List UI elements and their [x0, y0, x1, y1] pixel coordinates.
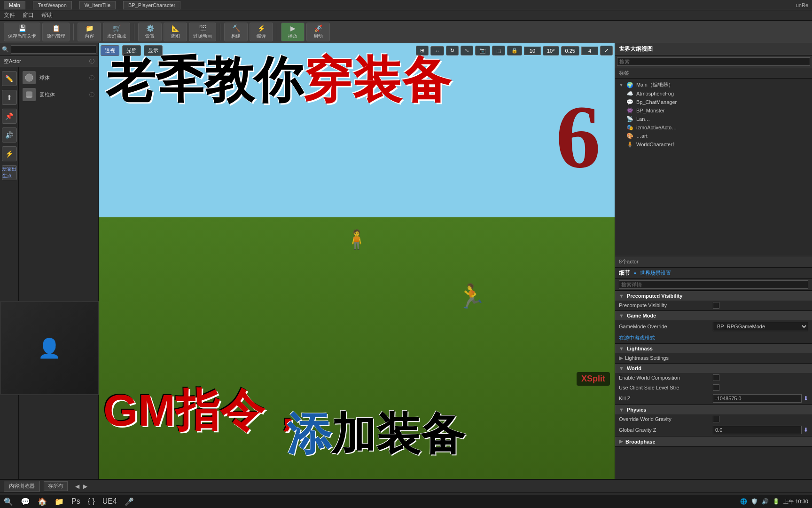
- toolbar-launch[interactable]: 🚀 启动: [306, 23, 330, 41]
- vp-maximize-btn[interactable]: ⤢: [600, 46, 613, 56]
- toolbar-compile[interactable]: ⚡ 编译: [250, 23, 273, 41]
- toolbar-blueprint[interactable]: 📐 蓝图: [164, 23, 187, 41]
- settings-icon: ⚙️: [146, 24, 154, 32]
- tree-item-lan[interactable]: 📡 Lan…: [617, 115, 810, 123]
- toolbar-scene-anim[interactable]: 🎬 过场动画: [189, 23, 216, 41]
- prop-gamemode-override: GameMode Override BP_RPGGameMode: [615, 320, 812, 333]
- shape-sphere[interactable]: 球体 ⓘ: [21, 69, 96, 86]
- left-icon-2[interactable]: ⬆: [2, 90, 17, 105]
- section-lightmass: ▼ Lightmass ▶ Lightmass Settings: [615, 344, 812, 364]
- right-search-input[interactable]: [617, 57, 810, 66]
- vp-angle-btn[interactable]: 10°: [543, 46, 559, 56]
- toolbar-build[interactable]: 🔨 构建: [224, 23, 248, 41]
- vp-rot-icon[interactable]: ↻: [446, 46, 459, 56]
- section-world-header[interactable]: ▼ World: [615, 364, 812, 373]
- status-icon-search[interactable]: 🔍: [4, 497, 13, 506]
- build-label: 构建: [231, 33, 241, 40]
- section-lightmass-label: Lightmass: [627, 346, 653, 351]
- status-icon-code[interactable]: { }: [88, 497, 95, 506]
- precompute-checkbox[interactable]: [713, 302, 719, 309]
- left-icon-5[interactable]: ⚡: [2, 146, 17, 161]
- world-comp-checkbox[interactable]: [713, 374, 719, 381]
- vp-scale-icon[interactable]: ⤡: [461, 46, 473, 56]
- section-physics: ▼ Physics Override World Gravity Global …: [615, 405, 812, 437]
- tree-item-art[interactable]: 🎨 …art: [617, 132, 810, 140]
- vp-lit-btn[interactable]: 光照: [122, 45, 141, 56]
- status-icon-chat[interactable]: 💬: [21, 497, 30, 506]
- viewport[interactable]: 透视 光照 显示 ⊞ ↔ ↻ ⤡ 📷 ⬚ 🔒 10° 0.25 ⤢: [99, 43, 615, 479]
- toolbar-settings[interactable]: ⚙️ 设置: [138, 23, 162, 41]
- menu-help[interactable]: 帮助: [41, 11, 53, 19]
- vp-cam-icon[interactable]: 📷: [475, 46, 490, 56]
- xsplit-watermark: XSplit: [577, 372, 610, 386]
- left-panel: 🔍 空Actor ⓘ ✏️ ⬆ 📌 🔊 ⚡ 玩家出生点 球: [0, 43, 99, 479]
- shape-cylinder[interactable]: 圆柱体 ⓘ: [21, 86, 96, 103]
- tab-main[interactable]: Main: [4, 1, 25, 9]
- section-lightmass-header[interactable]: ▼ Lightmass: [615, 344, 812, 353]
- vp-grid-size-input[interactable]: [524, 47, 541, 55]
- vp-num4-input[interactable]: [581, 47, 598, 55]
- tree-item-main[interactable]: ▼ 🌍 Main（编辑器）: [617, 80, 810, 89]
- detail-search-input[interactable]: [619, 280, 808, 289]
- toolbar-save[interactable]: 💾 保存当前关卡: [4, 23, 40, 41]
- tab-w-item-tile[interactable]: W_ItemTile: [79, 1, 116, 9]
- section-broadphase-header[interactable]: ▶ Broadphase: [615, 437, 812, 446]
- global-gravity-z-input[interactable]: [713, 426, 802, 434]
- tree-item-chat[interactable]: 💬 Bp_ChatManager: [617, 98, 810, 106]
- toolbar-source[interactable]: 📋 源码管理: [42, 23, 70, 41]
- tree-icon-gizmo: 🎭: [626, 124, 633, 131]
- tree-item-world-char[interactable]: 🧍 WorldCharacter1: [617, 140, 810, 149]
- menu-window[interactable]: 窗口: [23, 11, 34, 19]
- cb-header: 内容浏览器 存所有 ◀ ▶: [0, 480, 812, 493]
- sphere-info: ⓘ: [89, 74, 94, 81]
- vp-grid-icon[interactable]: ⊞: [416, 46, 429, 56]
- vp-scale-btn[interactable]: 0.25: [561, 46, 579, 56]
- cylinder-label: 圆柱体: [39, 91, 55, 98]
- tree-item-fog[interactable]: ☁️ AtmosphericFog: [617, 89, 810, 98]
- left-icon-3[interactable]: 📌: [2, 109, 17, 124]
- prop-client-level: Use Client Side Level Stre: [615, 383, 812, 393]
- tab-test-weapon[interactable]: TestWeapon: [33, 1, 72, 9]
- override-gravity-checkbox[interactable]: [713, 416, 719, 422]
- vp-move-icon[interactable]: ↔: [430, 46, 444, 56]
- vp-wire-icon[interactable]: ⬚: [492, 46, 505, 56]
- section-precomputed-header[interactable]: ▼ Precomputed Visibility: [615, 291, 812, 301]
- client-checkbox[interactable]: [713, 384, 719, 391]
- status-icon-home[interactable]: 🏠: [38, 497, 47, 506]
- prop-gamemode-label: GameMode Override: [619, 324, 713, 329]
- left-icon-spawn[interactable]: 玩家出生点: [2, 165, 17, 180]
- tree-item-monster[interactable]: 👾 BP_Monster: [617, 106, 810, 115]
- cb-tab-main[interactable]: 内容浏览器: [4, 481, 40, 492]
- tab-bp-player[interactable]: BP_PlayerCharacter: [123, 1, 180, 9]
- prop-world-comp-label: Enable World Composition: [619, 375, 713, 381]
- section-broadphase: ▶ Broadphase: [615, 437, 812, 447]
- compile-label: 编译: [257, 33, 266, 40]
- actor-count: 8个actor: [615, 256, 812, 268]
- collapse-arrow-lightmass: ▼: [619, 346, 624, 351]
- status-icon-file[interactable]: 📁: [55, 497, 64, 506]
- vp-perspective-btn[interactable]: 透视: [101, 45, 119, 56]
- toolbar-play[interactable]: ▶ 播放: [281, 23, 304, 41]
- viewport-bg: [99, 43, 615, 479]
- toolbar-content[interactable]: 📁 内容: [78, 23, 101, 41]
- section-physics-header[interactable]: ▼ Physics: [615, 405, 812, 414]
- main-toolbar: 💾 保存当前关卡 📋 源码管理 📁 内容 🛒 虚幻商城 ⚙️ 设置 📐 蓝图 🎬…: [0, 21, 812, 43]
- status-icon-ps[interactable]: Ps: [71, 497, 80, 506]
- kill-z-input[interactable]: [713, 394, 802, 403]
- section-game-mode-header[interactable]: ▼ Game Mode: [615, 311, 812, 320]
- gamemode-dropdown[interactable]: BP_RPGGameMode: [713, 322, 808, 331]
- character-figure-1: 🧍: [345, 228, 368, 250]
- menu-file[interactable]: 文件: [4, 11, 15, 19]
- tree-item-gizmo[interactable]: 🎭 izmoActiveActo…: [617, 123, 810, 132]
- status-icon-mic[interactable]: 🎤: [125, 497, 134, 506]
- dot-icon: ●: [634, 271, 636, 275]
- vp-show-btn[interactable]: 显示: [144, 45, 163, 56]
- left-icon-4[interactable]: 🔊: [2, 127, 17, 143]
- status-icon-ue4[interactable]: UE4: [102, 497, 117, 506]
- left-icon-1[interactable]: ✏️: [2, 71, 17, 86]
- actor-search-input[interactable]: [11, 45, 96, 54]
- vp-snap-icon[interactable]: 🔒: [507, 46, 522, 56]
- cb-save-all-btn[interactable]: 存所有: [44, 481, 68, 491]
- status-shield-icon: 🛡️: [751, 498, 758, 505]
- toolbar-marketplace[interactable]: 🛒 虚幻商城: [103, 23, 130, 41]
